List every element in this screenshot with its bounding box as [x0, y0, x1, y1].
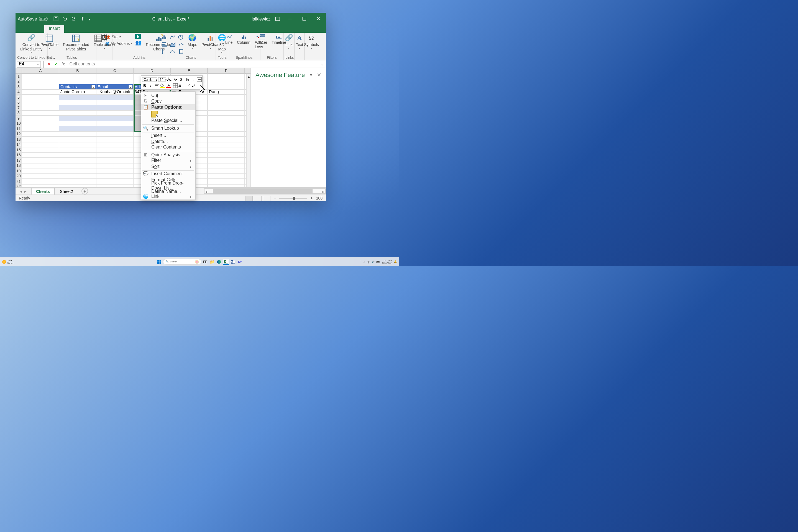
fill-color-icon[interactable]: [160, 83, 166, 89]
bing-maps-icon[interactable]: b: [135, 34, 141, 39]
store-button[interactable]: 🛍Store: [105, 34, 132, 40]
cell-A1[interactable]: [22, 74, 59, 78]
expand-formula-bar-icon[interactable]: ⌄: [319, 62, 326, 66]
menu-quick-analysis[interactable]: ⊞Quick Analysis: [141, 152, 195, 158]
row-header-18[interactable]: 18: [16, 163, 22, 168]
menu-insert[interactable]: Insert...: [141, 133, 195, 138]
teams-icon[interactable]: T: [237, 259, 243, 265]
cell-A2[interactable]: [22, 79, 59, 84]
cell-B21[interactable]: [59, 179, 96, 184]
zoom-level[interactable]: 100: [316, 196, 323, 200]
menu-sort[interactable]: Sort▸: [141, 164, 195, 169]
task-view-icon[interactable]: [202, 259, 208, 265]
cell-A10[interactable]: [22, 121, 59, 126]
cell-B18[interactable]: [59, 163, 96, 168]
formula-input[interactable]: Cell contents: [67, 61, 319, 66]
cell-B1[interactable]: [59, 74, 96, 78]
menu-smart-lookup[interactable]: 🔍Smart Lookup: [141, 125, 195, 131]
autosave-toggle[interactable]: AutoSave Off: [16, 16, 50, 21]
row-header-4[interactable]: 4: [16, 90, 22, 94]
cell-F1[interactable]: [208, 74, 245, 78]
sheet-tab-sheet2[interactable]: Sheet2: [55, 188, 78, 195]
sparkline-line-button[interactable]: Line: [224, 34, 234, 45]
undo-icon[interactable]: [62, 16, 67, 22]
taskpane-menu-icon[interactable]: ▾: [310, 72, 312, 78]
cell-C4[interactable]: zKuphal@Orn.info: [96, 90, 134, 94]
sheet-tab-clients[interactable]: Clients: [31, 188, 55, 194]
user-name[interactable]: lalkiewicz: [252, 16, 270, 21]
cell-C3[interactable]: Email▾: [96, 84, 134, 89]
col-header-A[interactable]: A: [22, 68, 59, 73]
cell-F5[interactable]: [208, 95, 245, 99]
cell-F3[interactable]: [208, 84, 245, 89]
normal-view-button[interactable]: [245, 195, 253, 201]
accounting-format-icon[interactable]: $: [179, 77, 184, 82]
merge-center-icon[interactable]: [196, 77, 202, 82]
my-addins-button[interactable]: ⊕My Add-ins▾: [105, 40, 132, 46]
cell-A15[interactable]: [22, 147, 59, 152]
redo-icon[interactable]: [71, 16, 76, 22]
tray-chevron-icon[interactable]: ⌃: [359, 261, 361, 263]
cell-A19[interactable]: [22, 169, 59, 173]
filter-button-C[interactable]: ▾: [129, 85, 132, 89]
font-color-icon[interactable]: A: [166, 83, 172, 89]
cell-B19[interactable]: [59, 169, 96, 173]
row-header-1[interactable]: 1: [16, 74, 22, 78]
menu-cut[interactable]: ✂Cut: [141, 93, 195, 98]
row-header-16[interactable]: 16: [16, 153, 22, 157]
notifications-icon[interactable]: 🔔: [394, 261, 397, 263]
sheet-next-icon[interactable]: ▸: [24, 189, 26, 194]
menu-insert-comment[interactable]: 💬Insert Comment: [141, 171, 195, 177]
edge-icon[interactable]: [216, 259, 222, 265]
cell-F8[interactable]: [208, 111, 245, 115]
page-layout-view-button[interactable]: [254, 195, 262, 201]
row-header-8[interactable]: 8: [16, 111, 22, 115]
cell-C5[interactable]: [96, 95, 134, 99]
cell-B7[interactable]: [59, 105, 96, 110]
volume-icon[interactable]: 🔊: [372, 261, 375, 263]
cell-B16[interactable]: [59, 153, 96, 157]
row-header-3[interactable]: 3: [16, 84, 22, 89]
cell-B6[interactable]: [59, 100, 96, 105]
symbols-button[interactable]: ΩSymbols▾: [302, 34, 321, 51]
row-header-20[interactable]: 20: [16, 174, 22, 178]
enter-formula-icon[interactable]: ✓: [54, 61, 58, 66]
zoom-in-button[interactable]: +: [310, 196, 312, 200]
weather-widget[interactable]: 78°FSunny: [0, 259, 16, 264]
touch-mode-icon[interactable]: [79, 16, 85, 22]
cell-A22[interactable]: [22, 184, 59, 187]
row-header-7[interactable]: 7: [16, 105, 22, 110]
cell-A4[interactable]: [22, 90, 59, 94]
cell-B15[interactable]: [59, 147, 96, 152]
onedrive-icon[interactable]: ☁: [363, 261, 365, 263]
cell-B22[interactable]: [59, 184, 96, 187]
row-header-21[interactable]: 21: [16, 179, 22, 184]
col-header-D[interactable]: D: [134, 68, 171, 73]
chart-gallery[interactable]: [160, 34, 185, 55]
people-graph-icon[interactable]: 👥: [135, 40, 141, 45]
menu-link[interactable]: 🌐Link▸: [141, 194, 195, 199]
cell-A18[interactable]: [22, 163, 59, 168]
cell-C21[interactable]: [96, 179, 134, 184]
save-icon[interactable]: [53, 16, 58, 22]
italic-icon[interactable]: I: [148, 83, 153, 89]
cell-F11[interactable]: [208, 126, 245, 131]
vertical-scrollbar[interactable]: ▴: [246, 74, 250, 187]
zoom-slider[interactable]: [279, 197, 307, 199]
cell-F18[interactable]: [208, 163, 245, 168]
maps-button[interactable]: 🌍Maps▾: [186, 34, 199, 51]
cell-C9[interactable]: [96, 116, 134, 120]
cell-A17[interactable]: [22, 158, 59, 163]
menu-filter[interactable]: Filter▸: [141, 158, 195, 164]
col-header-F[interactable]: F: [208, 68, 245, 73]
cell-B11[interactable]: [59, 126, 96, 131]
minimize-button[interactable]: ─: [285, 13, 295, 25]
cell-F9[interactable]: [208, 116, 245, 120]
word-icon[interactable]: W: [230, 259, 236, 265]
cell-A20[interactable]: [22, 174, 59, 178]
row-header-9[interactable]: 9: [16, 116, 22, 120]
menu-paste-options[interactable]: 📋Paste Options:: [141, 104, 195, 110]
col-header-E[interactable]: E: [171, 68, 208, 73]
row-header-10[interactable]: 10: [16, 121, 22, 126]
menu-delete[interactable]: Delete...: [141, 138, 195, 144]
